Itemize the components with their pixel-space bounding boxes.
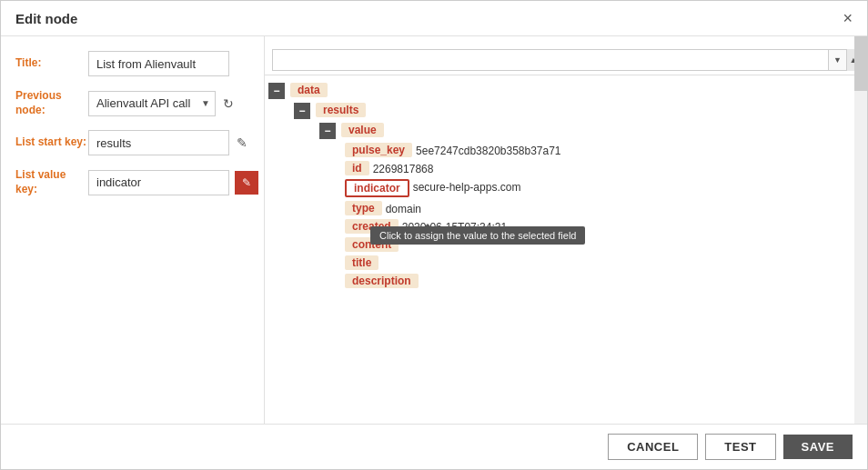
- title-label: Title:: [15, 56, 88, 71]
- cancel-button[interactable]: CANCEL: [608, 434, 698, 460]
- save-button[interactable]: SAVE: [783, 435, 853, 459]
- indicator-tooltip: Click to assign the value to the selecte…: [370, 226, 585, 245]
- tree-key-type[interactable]: type: [345, 201, 382, 215]
- tree-value-type: domain: [386, 201, 421, 215]
- tree-key-id[interactable]: id: [345, 161, 369, 175]
- dialog-body: Title: Previous node: Alienvault API cal…: [1, 36, 867, 424]
- tree-key-value[interactable]: value: [341, 123, 384, 137]
- dialog-footer: CANCEL TEST SAVE: [1, 424, 867, 469]
- tree-row-description: description: [268, 274, 863, 288]
- top-select-row: ▼ ▲: [265, 45, 867, 75]
- tree-body: − data − results − value puls: [265, 75, 867, 415]
- test-button[interactable]: TEST: [705, 434, 775, 460]
- collapse-value[interactable]: −: [319, 123, 336, 139]
- prev-node-row: Previous node: Alienvault API call ▼ ↻: [15, 89, 249, 117]
- top-select-chevron[interactable]: ▼: [829, 49, 847, 71]
- left-panel: Title: Previous node: Alienvault API cal…: [1, 36, 265, 424]
- tree-row-type: type domain: [268, 201, 863, 215]
- prev-node-select-wrapper: Alienvault API call ▼: [88, 91, 216, 116]
- prev-node-group: Alienvault API call ▼ ↻: [88, 91, 236, 116]
- right-panel-inner: ▼ ▲ − data − results: [265, 45, 867, 415]
- list-start-key-group: ✎: [88, 130, 249, 155]
- title-input[interactable]: [88, 51, 229, 76]
- list-value-key-group: ✎: [88, 170, 258, 195]
- tree-key-title[interactable]: title: [345, 255, 378, 270]
- tree-key-pulse-key[interactable]: pulse_key: [345, 143, 412, 157]
- collapse-data[interactable]: −: [268, 83, 285, 99]
- tree-row-value: − value: [268, 123, 863, 139]
- prev-node-select[interactable]: Alienvault API call: [88, 91, 216, 116]
- tree-row-title: title: [268, 255, 863, 270]
- edit-node-dialog: Edit node × Title: Previous node: Alienv…: [0, 0, 868, 470]
- dialog-header: Edit node ×: [1, 1, 867, 36]
- tree-key-description[interactable]: description: [345, 274, 419, 288]
- collapse-results[interactable]: −: [294, 103, 310, 119]
- tree-row-data: − data: [268, 83, 863, 99]
- tree-row-indicator: indicator secure-help-apps.com Click to …: [268, 179, 863, 197]
- list-start-key-edit-button[interactable]: ✎: [235, 134, 249, 152]
- tree-key-results[interactable]: results: [316, 103, 366, 117]
- close-button[interactable]: ×: [843, 10, 853, 26]
- top-select[interactable]: [272, 49, 829, 71]
- title-row: Title:: [15, 51, 249, 76]
- list-value-key-edit-button[interactable]: ✎: [235, 171, 258, 195]
- list-value-key-input[interactable]: [88, 170, 229, 195]
- prev-node-refresh-button[interactable]: ↻: [221, 95, 236, 113]
- prev-node-label: Previous node:: [15, 89, 88, 117]
- dialog-title: Edit node: [15, 11, 77, 26]
- tree-row-id: id 2269817868: [268, 161, 863, 175]
- scrollbar-thumb[interactable]: [854, 36, 867, 91]
- tree-value-pulse-key: 5ee7247cdb3820b358b37a71: [416, 143, 561, 157]
- right-panel: ▼ ▲ − data − results: [265, 36, 867, 424]
- tree-value-id: 2269817868: [373, 161, 434, 175]
- tree-key-data[interactable]: data: [290, 83, 328, 97]
- list-start-key-row: List start key: ✎: [15, 130, 249, 155]
- tree-key-indicator[interactable]: indicator: [345, 179, 409, 197]
- list-value-key-row: List value key: ✎: [15, 168, 249, 196]
- list-value-key-label: List value key:: [15, 168, 88, 196]
- tree-row-pulse-key: pulse_key 5ee7247cdb3820b358b37a71: [268, 143, 863, 157]
- scrollbar-track[interactable]: [854, 36, 867, 424]
- tree-row-results: − results: [268, 103, 863, 119]
- tree-value-indicator: secure-help-apps.com: [413, 179, 521, 194]
- list-start-key-label: List start key:: [15, 135, 88, 150]
- list-start-key-input[interactable]: [88, 130, 229, 155]
